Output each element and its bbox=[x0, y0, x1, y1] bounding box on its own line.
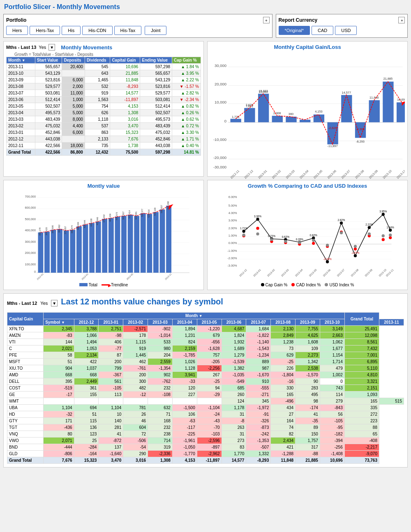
svg-point-180 bbox=[368, 233, 371, 235]
svg-point-175 bbox=[298, 241, 301, 244]
svg-text:2013-02: 2013-02 bbox=[271, 169, 282, 180]
svg-text:512,414: 512,414 bbox=[128, 210, 131, 219]
svg-point-160 bbox=[256, 227, 259, 230]
btn-joint[interactable]: Joint bbox=[145, 26, 166, 35]
monthly-value-title: Montly value bbox=[6, 183, 201, 189]
btn-hers-tax[interactable]: Hers-Tax bbox=[30, 26, 60, 35]
btn-hers[interactable]: Hers bbox=[6, 26, 28, 35]
svg-rect-83 bbox=[109, 218, 114, 273]
capital-gain-title: Monthly Capital Gain/Loss bbox=[210, 44, 405, 50]
svg-text:475,032: 475,032 bbox=[103, 214, 105, 223]
svg-text:0.00%: 0.00% bbox=[229, 241, 237, 245]
svg-point-181 bbox=[382, 234, 385, 237]
svg-text:5.00%: 5.00% bbox=[229, 203, 237, 207]
svg-rect-72 bbox=[38, 233, 44, 273]
growth-legend: Cap Gain % CAD Index % USD Index % bbox=[210, 283, 405, 287]
bottom-mths-yes: Yes bbox=[40, 301, 48, 306]
bottom-section-title: Last 12 months value changes by symbol bbox=[61, 297, 223, 306]
legend-cad-index: CAD Index % bbox=[291, 283, 321, 287]
btn-his[interactable]: His bbox=[62, 26, 81, 35]
svg-text:1.84%: 1.84% bbox=[387, 226, 394, 229]
svg-text:3.00%: 3.00% bbox=[229, 219, 237, 222]
mths-filter-yes: Yes bbox=[39, 45, 46, 50]
svg-point-135 bbox=[242, 230, 245, 233]
svg-text:2013-06: 2013-06 bbox=[322, 268, 331, 277]
btn-cad[interactable]: CAD bbox=[312, 26, 333, 35]
svg-text:483,439: 483,439 bbox=[109, 214, 111, 222]
table-row: 2013-05 bbox=[7, 103, 35, 110]
list-item: TGT bbox=[7, 424, 44, 431]
table-row: 2013-04 bbox=[7, 110, 35, 116]
svg-text:2012-12: 2012-12 bbox=[239, 268, 248, 277]
svg-text:452,846: 452,846 bbox=[96, 217, 99, 225]
svg-point-170 bbox=[389, 236, 392, 239]
btn-his-tax[interactable]: His-Tax bbox=[114, 26, 142, 35]
svg-text:2013-04: 2013-04 bbox=[299, 169, 309, 180]
svg-text:15,323: 15,323 bbox=[259, 89, 268, 93]
svg-point-145 bbox=[382, 213, 385, 216]
svg-text:2013-05: 2013-05 bbox=[126, 273, 134, 281]
bottom-filter-icon[interactable]: ▼ bbox=[51, 300, 58, 306]
bottom-filter: Mths - Last 12 Yes ▼ Last 12 months valu… bbox=[7, 297, 404, 310]
svg-rect-81 bbox=[96, 221, 101, 273]
svg-point-141 bbox=[326, 260, 329, 263]
capital-gain-chart: 30,000 20,000 10,000 0 -10,000 -20,000 -… bbox=[210, 52, 405, 182]
svg-text:30,000: 30,000 bbox=[215, 63, 226, 68]
svg-rect-15 bbox=[244, 108, 255, 122]
btn-usd[interactable]: USD bbox=[335, 26, 357, 35]
grand-total-label: Grand Total bbox=[7, 149, 35, 156]
svg-point-172 bbox=[256, 233, 259, 235]
svg-text:-2.34%: -2.34% bbox=[323, 258, 332, 260]
svg-text:-2,626: -2,626 bbox=[328, 127, 337, 130]
grand-total-row: Grand Total 422,566 86,800 12,432 75,500… bbox=[7, 149, 201, 156]
svg-text:2013-03: 2013-03 bbox=[285, 169, 295, 180]
svg-text:-1.57%: -1.57% bbox=[351, 251, 360, 254]
mths-filter-icon[interactable]: ▼ bbox=[48, 44, 55, 51]
table-row: 2013-02 bbox=[7, 123, 35, 129]
monthly-value-legend: Total ▶ Trendline bbox=[6, 283, 201, 287]
svg-text:502,507: 502,507 bbox=[122, 211, 125, 219]
svg-text:2013-06: 2013-06 bbox=[327, 169, 337, 180]
svg-text:-3.00%: -3.00% bbox=[227, 264, 237, 267]
svg-rect-28 bbox=[397, 102, 405, 122]
svg-text:3.30%: 3.30% bbox=[254, 215, 261, 218]
svg-text:0: 0 bbox=[34, 270, 36, 274]
svg-point-174 bbox=[284, 240, 287, 243]
page-title: Portfolio Slicer - Monthly Movements bbox=[0, 0, 411, 12]
portfolio-label: Portfolio bbox=[6, 17, 26, 23]
col-grand-total: Grand Total bbox=[344, 312, 379, 325]
col-2013-09: 2013-09 bbox=[296, 319, 320, 325]
currency-slicer-icon[interactable]: ⬦ bbox=[398, 17, 405, 23]
svg-rect-76 bbox=[64, 230, 69, 273]
svg-text:2013-11: 2013-11 bbox=[396, 169, 405, 180]
svg-text:200,000: 200,000 bbox=[25, 251, 36, 255]
col-month: Month ▼ bbox=[7, 57, 35, 64]
svg-text:428,644: 428,644 bbox=[83, 220, 86, 228]
portfolio-slicer-icon[interactable]: ⬦ bbox=[263, 17, 270, 23]
svg-rect-23 bbox=[327, 122, 338, 145]
table-row: 2012-12 bbox=[7, 136, 35, 143]
svg-rect-89 bbox=[147, 214, 152, 273]
svg-rect-85 bbox=[121, 216, 127, 272]
col-sym: Symbol ▼ bbox=[44, 319, 74, 325]
svg-text:2013-11: 2013-11 bbox=[385, 268, 394, 277]
legend-usd-index: USD Index % bbox=[325, 283, 354, 287]
svg-text:3.95%: 3.95% bbox=[379, 210, 387, 213]
btn-original[interactable]: *Original* bbox=[279, 26, 310, 35]
col-2013-06: 2013-06 bbox=[222, 319, 246, 325]
svg-rect-77 bbox=[70, 230, 75, 273]
svg-rect-17 bbox=[258, 94, 269, 122]
svg-rect-19 bbox=[272, 116, 283, 122]
list-item: PFE bbox=[7, 352, 44, 358]
svg-text:409,084: 409,084 bbox=[77, 222, 79, 230]
list-item: BND bbox=[7, 444, 44, 450]
btn-his-cdn[interactable]: His-CDN bbox=[82, 26, 112, 35]
currency-buttons: *Original* CAD USD bbox=[279, 26, 405, 35]
svg-text:0.26%: 0.26% bbox=[296, 238, 303, 241]
table-row: 2012-11 bbox=[7, 143, 35, 149]
col-2013-11: 2013-11 bbox=[379, 319, 404, 325]
svg-text:2013-05: 2013-05 bbox=[313, 169, 323, 180]
list-item: DELL bbox=[7, 378, 44, 385]
svg-rect-74 bbox=[51, 230, 56, 273]
svg-text:700,000: 700,000 bbox=[25, 194, 36, 198]
